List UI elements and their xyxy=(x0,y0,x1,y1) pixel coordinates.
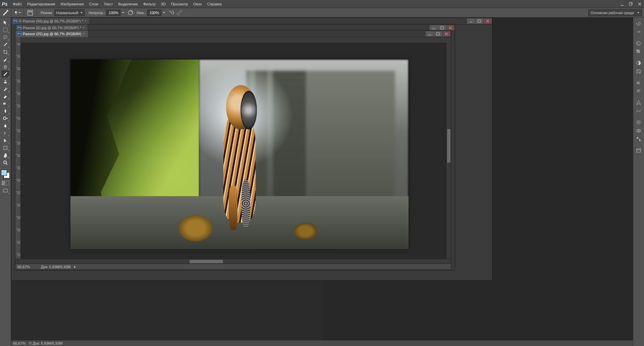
blur-tool[interactable] xyxy=(1,107,9,114)
brush-tool[interactable] xyxy=(1,70,9,77)
svg-rect-21 xyxy=(3,189,7,192)
menu-3d[interactable]: 3D xyxy=(159,1,168,7)
styles-panel-icon[interactable] xyxy=(635,67,643,75)
close-tab-icon[interactable]: × xyxy=(85,19,87,23)
pressure-opacity-icon[interactable] xyxy=(127,9,134,16)
zoom-level-input[interactable]: 66,67% xyxy=(17,265,38,269)
chevron-down-icon[interactable] xyxy=(122,11,124,15)
document-tab-inner[interactable]: Ps Разное (25).jpg @ 66,7% (RGB/8#) × xyxy=(15,31,89,37)
svg-rect-34 xyxy=(638,51,640,53)
flow-label: Наж.: xyxy=(137,11,146,15)
magic-wand-tool[interactable] xyxy=(1,41,9,48)
gradient-tool[interactable] xyxy=(1,100,9,107)
menu-layers[interactable]: Слои xyxy=(87,1,100,7)
history-panel-icon[interactable] xyxy=(635,19,643,27)
crop-tool[interactable] xyxy=(1,48,9,55)
close-tab-icon[interactable]: × xyxy=(83,26,85,30)
window-restore-button[interactable] xyxy=(627,1,635,7)
menu-bar: Файл Редактирование Изображение Слои Тек… xyxy=(9,1,224,7)
svg-point-6 xyxy=(15,11,17,13)
window-close-button[interactable] xyxy=(635,1,644,7)
canvas-viewport[interactable] xyxy=(21,43,446,259)
clone-stamp-tool[interactable] xyxy=(1,78,9,85)
properties-panel-icon[interactable] xyxy=(635,147,643,155)
doc-maximize-button[interactable] xyxy=(438,25,446,31)
menu-image[interactable]: Изображение xyxy=(59,1,86,7)
menu-window[interactable]: Окно xyxy=(191,1,204,7)
doc-maximize-button[interactable] xyxy=(475,18,484,24)
actions-panel-icon[interactable] xyxy=(635,28,643,36)
paths-panel-icon[interactable] xyxy=(635,135,643,143)
history-brush-tool[interactable] xyxy=(1,85,9,92)
menu-file[interactable]: Файл xyxy=(11,1,24,7)
tool-preset-icon[interactable] xyxy=(2,9,9,16)
foreground-color-swatch[interactable] xyxy=(1,170,7,176)
dodge-tool[interactable] xyxy=(1,115,9,122)
vertical-scrollbar[interactable] xyxy=(446,43,451,259)
svg-text:A: A xyxy=(637,81,639,85)
menu-select[interactable]: Выделение xyxy=(116,1,140,7)
path-selection-tool[interactable] xyxy=(1,137,9,144)
pen-tool[interactable] xyxy=(1,122,9,129)
document-tab-outer[interactable]: Ps © Разное (58).jpg @ 66,7% (RGB/8*) * … xyxy=(11,18,90,24)
healing-brush-tool[interactable] xyxy=(1,63,9,70)
navigator-panel-icon[interactable] xyxy=(635,99,643,107)
svg-point-12 xyxy=(180,10,181,12)
color-panel-icon[interactable] xyxy=(635,39,643,47)
vertical-ruler[interactable]: 000000000000000000 xyxy=(15,43,21,259)
doc-close-button[interactable] xyxy=(483,18,492,24)
swatches-panel-icon[interactable] xyxy=(635,48,643,56)
workspace-switcher[interactable]: Основная рабочая среда xyxy=(588,9,642,16)
eyedropper-tool[interactable] xyxy=(1,56,9,63)
character-panel-icon[interactable]: A xyxy=(635,79,643,87)
hand-tool[interactable] xyxy=(1,152,9,159)
channels-panel-icon[interactable] xyxy=(635,127,643,135)
doc-maximize-button[interactable] xyxy=(434,31,442,37)
window-minimize-button[interactable] xyxy=(618,1,627,7)
menu-edit[interactable]: Редактирование xyxy=(25,1,57,7)
toolbox: T xyxy=(0,17,11,346)
layers-panel-icon[interactable] xyxy=(635,118,643,126)
menu-help[interactable]: Справка xyxy=(205,1,224,7)
menu-view[interactable]: Просмотр xyxy=(169,1,190,7)
lasso-tool[interactable] xyxy=(1,34,9,41)
menu-type[interactable]: Текст xyxy=(102,1,115,7)
doc-close-button[interactable] xyxy=(446,25,455,31)
adjustments-panel-icon[interactable] xyxy=(635,59,643,67)
zoom-level-input[interactable]: 66,67% xyxy=(13,341,25,345)
blend-mode-dropdown[interactable]: Нормальный xyxy=(54,9,85,16)
quick-mask-toggle[interactable] xyxy=(1,181,9,187)
ruler-origin[interactable] xyxy=(15,37,21,43)
flow-input[interactable]: 100% xyxy=(147,10,161,16)
eraser-tool[interactable] xyxy=(1,93,9,100)
marquee-tool[interactable] xyxy=(1,26,9,33)
move-tool[interactable] xyxy=(1,19,9,26)
horizontal-scrollbar[interactable] xyxy=(15,259,451,264)
status-menu-icon[interactable] xyxy=(74,266,76,268)
artwork-image xyxy=(70,59,409,249)
type-tool[interactable]: T xyxy=(1,129,9,136)
screen-mode-button[interactable] xyxy=(1,187,9,194)
svg-rect-42 xyxy=(637,149,641,152)
doc-close-button[interactable] xyxy=(442,31,451,37)
doc-minimize-button[interactable] xyxy=(429,25,438,31)
color-swatches[interactable] xyxy=(1,170,10,178)
zoom-tool[interactable] xyxy=(1,159,9,166)
doc-minimize-button[interactable] xyxy=(467,18,475,24)
close-tab-icon[interactable]: × xyxy=(83,32,85,36)
menu-filter[interactable]: Фильтр xyxy=(141,1,158,7)
shape-tool[interactable] xyxy=(1,144,9,151)
doc-minimize-button[interactable] xyxy=(425,31,434,37)
paragraph-panel-icon[interactable] xyxy=(635,87,643,95)
canvas[interactable] xyxy=(70,59,409,249)
info-panel-icon[interactable] xyxy=(635,107,643,115)
ps-file-icon: Ps xyxy=(17,32,21,36)
pressure-size-icon[interactable] xyxy=(176,9,183,16)
opacity-input[interactable]: 100% xyxy=(106,10,120,16)
svg-point-20 xyxy=(4,161,6,164)
brush-preset-picker[interactable] xyxy=(14,9,21,16)
airbrush-icon[interactable] xyxy=(168,9,175,16)
brush-panel-icon[interactable] xyxy=(27,9,34,16)
chevron-down-icon[interactable] xyxy=(163,11,165,15)
window-system-buttons xyxy=(618,1,644,7)
